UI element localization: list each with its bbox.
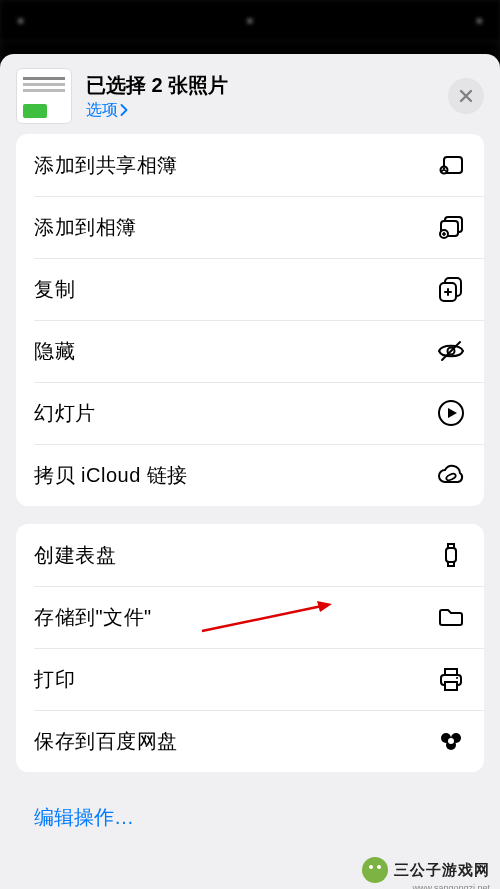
row-label: 保存到百度网盘 bbox=[34, 728, 178, 755]
options-label: 选项 bbox=[86, 100, 118, 121]
baidu-cloud-icon bbox=[436, 726, 466, 756]
svg-point-10 bbox=[445, 473, 456, 482]
edit-actions[interactable]: 编辑操作… bbox=[16, 788, 484, 847]
row-label: 创建表盘 bbox=[34, 542, 116, 569]
row-save-to-files[interactable]: 存储到"文件" bbox=[16, 586, 484, 648]
copy-plus-icon bbox=[436, 274, 466, 304]
row-label: 添加到共享相簿 bbox=[34, 152, 178, 179]
row-slideshow[interactable]: 幻灯片 bbox=[16, 382, 484, 444]
row-hide[interactable]: 隐藏 bbox=[16, 320, 484, 382]
row-label: 拷贝 iCloud 链接 bbox=[34, 462, 188, 489]
svg-point-19 bbox=[448, 738, 454, 744]
action-group-0: 添加到共享相簿 添加到相簿 复制 隐藏 bbox=[16, 134, 484, 506]
row-add-shared-album[interactable]: 添加到共享相簿 bbox=[16, 134, 484, 196]
person-album-icon bbox=[436, 150, 466, 180]
edit-label: 编辑操作… bbox=[34, 806, 134, 828]
close-button[interactable] bbox=[448, 78, 484, 114]
row-label: 打印 bbox=[34, 666, 75, 693]
row-label: 复制 bbox=[34, 276, 75, 303]
watermark-text: 三公子游戏网 bbox=[394, 861, 490, 880]
row-label: 存储到"文件" bbox=[34, 604, 152, 631]
svg-rect-14 bbox=[445, 682, 457, 690]
row-label: 幻灯片 bbox=[34, 400, 96, 427]
row-label: 添加到相簿 bbox=[34, 214, 137, 241]
row-print[interactable]: 打印 bbox=[16, 648, 484, 710]
row-save-baidu[interactable]: 保存到百度网盘 bbox=[16, 710, 484, 772]
watermark-url: www.sangongzi.net bbox=[412, 883, 490, 889]
svg-rect-11 bbox=[446, 548, 456, 562]
folder-icon bbox=[436, 602, 466, 632]
row-icloud-link[interactable]: 拷贝 iCloud 链接 bbox=[16, 444, 484, 506]
watermark-logo-icon bbox=[362, 857, 388, 883]
play-circle-icon bbox=[436, 398, 466, 428]
watermark: 三公子游戏网 bbox=[362, 857, 490, 883]
eye-slash-icon bbox=[436, 336, 466, 366]
close-icon bbox=[458, 88, 474, 104]
row-create-watchface[interactable]: 创建表盘 bbox=[16, 524, 484, 586]
options-link[interactable]: 选项 bbox=[86, 100, 129, 121]
sheet-header: 已选择 2 张照片 选项 bbox=[0, 54, 500, 134]
row-label: 隐藏 bbox=[34, 338, 75, 365]
svg-point-15 bbox=[456, 677, 458, 679]
chevron-right-icon bbox=[120, 104, 129, 116]
row-add-album[interactable]: 添加到相簿 bbox=[16, 196, 484, 258]
share-sheet: 已选择 2 张照片 选项 添加到共享相簿 添加到相簿 bbox=[0, 54, 500, 889]
selection-thumbnail bbox=[16, 68, 72, 124]
watch-icon bbox=[436, 540, 466, 570]
action-group-1: 创建表盘 存储到"文件" 打印 保存到百度网盘 bbox=[16, 524, 484, 772]
status-bar: ••• bbox=[0, 0, 500, 40]
print-icon bbox=[436, 664, 466, 694]
album-add-icon bbox=[436, 212, 466, 242]
sheet-title: 已选择 2 张照片 bbox=[86, 72, 434, 99]
actions-scroll[interactable]: 添加到共享相簿 添加到相簿 复制 隐藏 bbox=[0, 134, 500, 889]
row-copy[interactable]: 复制 bbox=[16, 258, 484, 320]
cloud-link-icon bbox=[436, 460, 466, 490]
svg-rect-13 bbox=[445, 669, 457, 675]
